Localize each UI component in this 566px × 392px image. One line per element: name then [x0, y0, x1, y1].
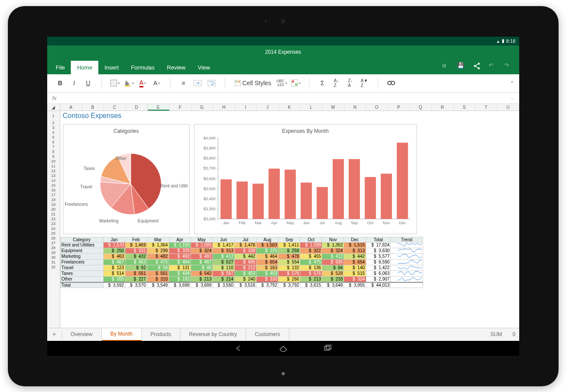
col-header-K[interactable]: K [279, 104, 301, 111]
col-header-M[interactable]: M [323, 104, 344, 111]
col-header-R[interactable]: R [432, 104, 454, 111]
row-header-2[interactable]: 2 [47, 121, 60, 125]
align-left-button[interactable]: ≡ [177, 77, 190, 89]
col-may[interactable]: May [191, 237, 212, 242]
font-size-button[interactable]: A [151, 77, 163, 89]
col-header-P[interactable]: P [388, 104, 410, 111]
col-sep[interactable]: Sep [278, 237, 300, 242]
row-header-15[interactable]: 15 [47, 183, 60, 188]
col-header-S[interactable]: S [454, 104, 476, 111]
row-header-13[interactable]: 13 [47, 173, 60, 178]
col-aug[interactable]: Aug [257, 237, 278, 242]
row-header-7[interactable]: 7 [47, 145, 60, 149]
row-header-11[interactable]: 11 [47, 164, 60, 169]
row-header-20[interactable]: 20 [47, 207, 60, 212]
col-mar[interactable]: Mar [147, 237, 169, 242]
table-row[interactable]: Freelancers$ 467$ 463$ 475$ 464$ 487$ 52… [60, 259, 423, 265]
table-row[interactable]: Equipment$ 250$ 331$ 299$ 333$ 324$ 313$… [60, 248, 423, 253]
row-header-19[interactable]: 19 [47, 202, 60, 207]
formula-bar-expand-icon[interactable]: ⌄ [510, 96, 514, 100]
wrap-text-button[interactable] [205, 77, 218, 89]
row-header-17[interactable]: 17 [47, 193, 60, 198]
sheet-tab-overview[interactable]: Overview [62, 328, 102, 341]
col-header-J[interactable]: J [257, 104, 279, 111]
row-header-3[interactable]: 3 [47, 125, 60, 130]
col-header-I[interactable]: I [235, 104, 257, 111]
row-header-28[interactable]: 28 [47, 246, 60, 250]
cell-styles-button[interactable]: Cell Styles [232, 77, 274, 89]
col-jul[interactable]: Jul [235, 237, 257, 242]
col-header-D[interactable]: D [126, 104, 148, 111]
col-header-H[interactable]: H [213, 104, 235, 111]
col-header-A[interactable]: A [60, 104, 82, 111]
col-header-U[interactable]: U [497, 104, 519, 111]
col-trend[interactable]: Trend [391, 237, 423, 242]
row-header-22[interactable]: 22 [47, 217, 60, 222]
col-oct[interactable]: Oct [300, 237, 322, 242]
tab-review[interactable]: Review [161, 61, 192, 74]
font-color-button[interactable]: A [137, 77, 149, 89]
row-header-18[interactable]: 18 [47, 198, 60, 202]
row-header-12[interactable]: 12 [47, 169, 60, 173]
row-header-5[interactable]: 5 [47, 135, 60, 140]
col-feb[interactable]: Feb [125, 237, 147, 242]
col-header-B[interactable]: B [82, 104, 104, 111]
col-category[interactable]: Category [60, 237, 103, 242]
tab-formulas[interactable]: Formulas [125, 61, 161, 74]
row-header-8[interactable]: 8 [47, 149, 60, 154]
row-header-26[interactable]: 26 [47, 236, 60, 241]
col-jun[interactable]: Jun [212, 237, 234, 242]
row-header-10[interactable]: 10 [47, 159, 60, 164]
fill-color-button[interactable] [123, 77, 135, 89]
smiley-icon[interactable]: ☺ [441, 62, 449, 70]
table-row[interactable]: Travel$ 123$ 92$ 58$ 131$ 46$ 110$ 212$ … [60, 265, 423, 271]
find-button[interactable] [385, 77, 397, 89]
tab-home[interactable]: Home [71, 61, 98, 74]
row-header-32[interactable]: 32 [47, 265, 60, 270]
formula-bar[interactable]: fx ⌄ [47, 93, 519, 104]
share-icon[interactable] [473, 62, 481, 70]
row-header-27[interactable]: 27 [47, 241, 60, 246]
table-row[interactable]: Taxes$ 514$ 561$ 561$ 434$ 542$ 567$ 453… [60, 271, 423, 276]
row-header-21[interactable]: 21 [47, 212, 60, 217]
col-total[interactable]: Total [366, 237, 391, 242]
conditional-format-button[interactable] [290, 77, 302, 89]
add-sheet-button[interactable]: + [47, 330, 62, 338]
borders-button[interactable] [109, 77, 121, 89]
row-header-24[interactable]: 24 [47, 226, 60, 231]
row-header-6[interactable]: 6 [47, 140, 60, 145]
italic-button[interactable]: I [68, 77, 80, 89]
row-header-29[interactable]: 29 [47, 250, 60, 255]
bold-button[interactable]: B [54, 77, 66, 89]
table-row[interactable]: Marketing$ 463$ 432$ 482$ 492$ 491$ 412$… [60, 253, 423, 259]
sort-desc-button[interactable]: Z↓A [344, 77, 357, 89]
save-icon[interactable]: 💾 [457, 62, 465, 70]
col-dec[interactable]: Dec [344, 237, 366, 242]
select-all-corner[interactable]: ◢ [47, 104, 60, 111]
filter-button[interactable]: A▼Z [358, 77, 371, 89]
col-header-T[interactable]: T [476, 104, 497, 111]
sheet-tab-revenue-by-country[interactable]: Revenue by Country [181, 328, 246, 341]
row-header-25[interactable]: 25 [47, 231, 60, 236]
expense-table[interactable]: CategoryJanFebMarAprMayJunJulAugSepOctNo… [60, 237, 423, 288]
collapse-ribbon-icon[interactable]: ⌃ [510, 80, 514, 86]
sheet-tab-by-month[interactable]: By Month [102, 328, 142, 341]
sheet-tab-products[interactable]: Products [142, 328, 180, 341]
col-header-L[interactable]: L [301, 104, 323, 111]
merge-button[interactable] [191, 77, 204, 89]
underline-button[interactable]: U [82, 77, 94, 89]
redo-icon[interactable]: ↷ [504, 62, 512, 70]
autosum-button[interactable]: Σ [316, 77, 329, 89]
col-header-G[interactable]: G [191, 104, 213, 111]
col-header-C[interactable]: C [104, 104, 126, 111]
col-apr[interactable]: Apr [169, 237, 191, 242]
undo-icon[interactable]: ↶ [489, 62, 497, 70]
table-row[interactable]: Other$ 205$ 227$ 310$ 192$ 213$ 214$ 240… [60, 276, 423, 282]
row-header-16[interactable]: 16 [47, 188, 60, 193]
recents-icon[interactable] [323, 343, 333, 353]
table-row[interactable]: Rent and Utilities$ 1,570$ 1,469$ 1,364$… [60, 242, 423, 248]
back-icon[interactable] [234, 343, 243, 353]
row-header-1[interactable]: 1 [47, 111, 60, 121]
sheet-tab-customers[interactable]: Customers [246, 328, 289, 341]
col-jan[interactable]: Jan [103, 237, 125, 242]
